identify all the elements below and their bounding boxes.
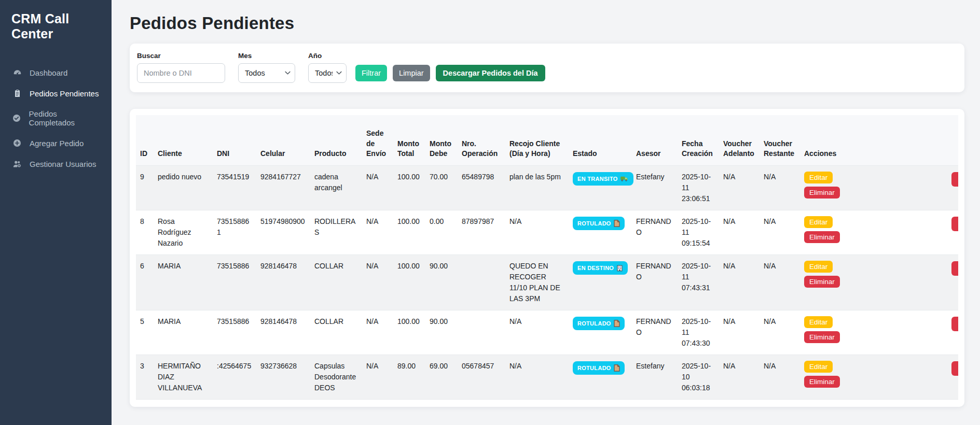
cell-monto-debe: 0.00 xyxy=(425,210,458,254)
search-group: Buscar xyxy=(137,52,225,83)
search-input[interactable] xyxy=(137,63,225,83)
cell-fecha-creacion: 2025-10-11 23:06:51 xyxy=(678,165,719,210)
cell-asesor: Estefany xyxy=(632,165,678,210)
cell-celular: 932736628 xyxy=(256,355,310,399)
cell-asesor: FERNANDO xyxy=(632,254,678,310)
editar-button[interactable]: Editar xyxy=(804,216,833,228)
cell-voucher-adelanto: N/A xyxy=(719,355,760,399)
cell-estado: EN TRANSITO xyxy=(569,165,632,210)
cell-estado: ROTULADO xyxy=(569,210,632,254)
column-header: Monto Total xyxy=(393,115,425,165)
cell-sede-envio: N/A xyxy=(362,254,393,310)
cell-monto-debe: 70.00 xyxy=(425,165,458,210)
cell-id: 8 xyxy=(136,210,154,254)
clipped-eliminar-button[interactable] xyxy=(951,261,958,276)
table-row: 6 MARIA 73515886 928146478 COLLAR N/A 10… xyxy=(136,254,958,310)
cell-monto-debe: 90.00 xyxy=(425,310,458,355)
cell-acciones: Editar Eliminar xyxy=(800,310,958,355)
column-header: Estado xyxy=(569,115,632,165)
cell-id: 5 xyxy=(136,310,154,355)
status-badge: ROTULADO xyxy=(573,361,625,375)
sidebar-item-pedidos-pendientes[interactable]: Pedidos Pendientes xyxy=(0,83,112,104)
cell-producto: COLLAR xyxy=(310,254,362,310)
limpiar-button[interactable]: Limpiar xyxy=(393,65,430,81)
column-header: Celular xyxy=(256,115,310,165)
app-title: CRM Call Center xyxy=(0,0,112,47)
orders-table-card: IDClienteDNICelularProductoSede de Envío… xyxy=(130,109,964,407)
cell-dni: 73515886 xyxy=(213,254,256,310)
cell-asesor: Estefany xyxy=(632,355,678,399)
month-group: Mes Todos xyxy=(238,52,295,83)
year-select[interactable]: Todos xyxy=(308,63,347,83)
cell-voucher-adelanto: N/A xyxy=(719,210,760,254)
cell-cliente: HERMITAÑO DIAZ VILLANUEVA xyxy=(154,355,213,399)
filter-card: Buscar Mes Todos Año Todos xyxy=(130,44,964,92)
editar-button[interactable]: Editar xyxy=(804,172,833,183)
eliminar-button[interactable]: Eliminar xyxy=(804,187,840,199)
cell-acciones: Editar Eliminar xyxy=(800,355,958,399)
column-header: Recojo Cliente (Día y Hora) xyxy=(505,115,569,165)
cell-monto-debe: 69.00 xyxy=(425,355,458,399)
year-label: Año xyxy=(308,52,347,60)
app-root: CRM Call Center Dashboard Pedidos Pendie… xyxy=(0,0,980,425)
cell-acciones: Editar Eliminar xyxy=(800,210,958,254)
filtrar-button[interactable]: Filtrar xyxy=(355,65,387,81)
editar-button[interactable]: Editar xyxy=(804,316,833,328)
editar-button[interactable]: Editar xyxy=(804,361,833,373)
editar-button[interactable]: Editar xyxy=(804,261,833,273)
cell-cliente: pedido nuevo xyxy=(154,165,213,210)
column-header: Producto xyxy=(310,115,362,165)
sidebar-item-label: Pedidos Completados xyxy=(29,109,99,127)
table-row: 5 MARIA 73515886 928146478 COLLAR N/A 10… xyxy=(136,310,958,355)
cell-monto-total: 100.00 xyxy=(393,210,425,254)
sidebar-item-label: Agregar Pedido xyxy=(30,139,84,148)
cell-celular: 51974980900 xyxy=(256,210,310,254)
cell-celular: 928146478 xyxy=(256,254,310,310)
table-header-row: IDClienteDNICelularProductoSede de Envío… xyxy=(136,115,958,165)
package-icon xyxy=(614,364,620,372)
cell-id: 9 xyxy=(136,165,154,210)
month-select[interactable]: Todos xyxy=(238,63,295,83)
column-header: Voucher Adelanto xyxy=(719,115,760,165)
cell-recojo-cliente: N/A xyxy=(505,210,569,254)
clipped-eliminar-button[interactable] xyxy=(951,361,958,376)
cell-monto-total: 100.00 xyxy=(393,165,425,210)
cell-producto: Capsulas Desodorante DEOS xyxy=(310,355,362,399)
cell-id: 3 xyxy=(136,355,154,399)
package-icon xyxy=(614,220,620,227)
cell-fecha-creacion: 2025-10-10 06:03:18 xyxy=(678,355,719,399)
cell-estado: ROTULADO xyxy=(569,355,632,399)
clipped-eliminar-button[interactable] xyxy=(951,317,958,331)
eliminar-button[interactable]: Eliminar xyxy=(804,276,840,288)
eliminar-button[interactable]: Eliminar xyxy=(804,231,840,243)
cell-fecha-creacion: 2025-10-11 07:43:31 xyxy=(678,254,719,310)
sidebar-item-agregar-pedido[interactable]: Agregar Pedido xyxy=(0,133,112,153)
clipped-eliminar-button[interactable] xyxy=(951,172,958,187)
descargar-pedidos-button[interactable]: Descargar Pedidos del Día xyxy=(436,65,545,81)
cell-cliente: MARIA xyxy=(154,310,213,355)
cell-voucher-adelanto: N/A xyxy=(719,254,760,310)
column-header: Sede de Envío xyxy=(362,115,393,165)
cell-dni: 73541519 xyxy=(213,165,256,210)
page-title: Pedidos Pendientes xyxy=(130,13,964,33)
cell-voucher-adelanto: N/A xyxy=(719,165,760,210)
cell-sede-envio: N/A xyxy=(362,310,393,355)
eliminar-button[interactable]: Eliminar xyxy=(804,331,840,343)
check-circle-icon xyxy=(12,114,21,123)
cell-fecha-creacion: 2025-10-11 07:43:30 xyxy=(678,310,719,355)
sidebar-nav: Dashboard Pedidos Pendientes Pedidos Com… xyxy=(0,62,112,174)
sidebar-item-gestionar-usuarios[interactable]: Gestionar Usuarios xyxy=(0,153,112,174)
column-header: Monto Debe xyxy=(425,115,458,165)
cell-id: 6 xyxy=(136,254,154,310)
cell-monto-debe: 90.00 xyxy=(425,254,458,310)
eliminar-button[interactable]: Eliminar xyxy=(804,376,840,388)
package-icon xyxy=(614,320,620,327)
clipped-eliminar-button[interactable] xyxy=(951,217,958,231)
cell-nro-operacion: 65489798 xyxy=(458,165,505,210)
cell-monto-total: 100.00 xyxy=(393,254,425,310)
table-row: 3 HERMITAÑO DIAZ VILLANUEVA :42564675 93… xyxy=(136,355,958,399)
sidebar-item-pedidos-completados[interactable]: Pedidos Completados xyxy=(0,104,112,133)
sidebar-item-dashboard[interactable]: Dashboard xyxy=(0,62,112,83)
cell-dni: 73515886 xyxy=(213,310,256,355)
orders-table: IDClienteDNICelularProductoSede de Envío… xyxy=(136,115,958,400)
